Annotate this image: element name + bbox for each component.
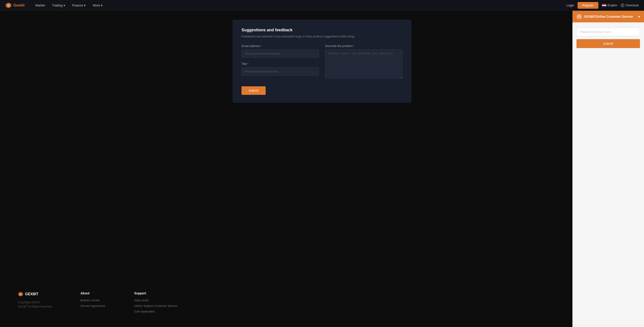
download-link[interactable]: Download bbox=[621, 4, 639, 7]
footer-online-support-link[interactable]: Online Support Customer Service bbox=[134, 304, 178, 308]
navbar: G Gexbit Market Trading ▾ Finance ▾ More… bbox=[0, 0, 644, 11]
language-label: English bbox=[608, 4, 618, 7]
main-content: Suggestions and feedback Feedbacks are w… bbox=[0, 11, 644, 282]
footer-logo-icon: G bbox=[18, 292, 23, 297]
cs-body: Submit bbox=[572, 22, 644, 327]
footer-about-title: About bbox=[80, 292, 116, 295]
footer-coin-application-link[interactable]: Coin Application bbox=[134, 310, 178, 313]
flag-icon bbox=[602, 4, 606, 7]
email-label: Email address* bbox=[242, 44, 319, 48]
footer-logo-row: G GEXBIT bbox=[18, 292, 62, 297]
chevron-down-icon: ▾ bbox=[101, 4, 102, 7]
required-star: * bbox=[353, 44, 354, 48]
nav-more[interactable]: More ▾ bbox=[93, 4, 102, 7]
download-icon bbox=[621, 4, 624, 7]
cs-title: GEXBITOnline Customer Service bbox=[584, 15, 633, 18]
footer-top: G GEXBIT CopyRight @2023 GEXBIT All Righ… bbox=[18, 292, 626, 315]
problem-textarea[interactable] bbox=[325, 50, 402, 78]
nav-right: Login Register English Download bbox=[566, 2, 639, 9]
register-button[interactable]: Register bbox=[578, 2, 598, 9]
cs-submit-button[interactable]: Submit bbox=[576, 39, 640, 48]
footer-support-title: Support bbox=[134, 292, 178, 295]
footer: G GEXBIT CopyRight @2023 GEXBIT All Righ… bbox=[0, 282, 644, 324]
form-left-col: Email address* Title* bbox=[242, 44, 319, 79]
footer-copyright: CopyRight @2023 GEXBIT All Rights Reserv… bbox=[18, 300, 62, 309]
feedback-form-card: Suggestions and feedback Feedbacks are w… bbox=[232, 20, 412, 103]
feedback-subtitle: Feedbacks are welcome if you encounter b… bbox=[242, 35, 402, 38]
logo-text: Gexbit bbox=[14, 3, 24, 8]
cs-header-left: GEXBITOnline Customer Service bbox=[576, 14, 633, 19]
email-input[interactable] bbox=[242, 50, 319, 58]
svg-text:G: G bbox=[20, 293, 21, 296]
cs-chevron-icon[interactable]: ▾ bbox=[638, 14, 640, 19]
submit-row: Submit bbox=[242, 84, 402, 95]
chevron-down-icon: ▾ bbox=[84, 4, 86, 7]
form-right-col: Describe the problem* bbox=[325, 44, 402, 79]
required-star: * bbox=[247, 62, 248, 66]
footer-bulletin-link[interactable]: Bulletin Centre bbox=[80, 298, 116, 302]
feedback-title: Suggestions and feedback bbox=[242, 28, 402, 32]
footer-brand: G GEXBIT CopyRight @2023 GEXBIT All Righ… bbox=[18, 292, 62, 315]
nav-links: Market Trading ▾ Finance ▾ More ▾ bbox=[35, 4, 566, 7]
title-input[interactable] bbox=[242, 67, 319, 76]
download-label: Download bbox=[626, 4, 639, 7]
footer-support-col: Support Help center Online Support Custo… bbox=[134, 292, 178, 315]
login-link[interactable]: Login bbox=[566, 4, 574, 7]
logo[interactable]: G Gexbit bbox=[5, 2, 24, 8]
customer-service-panel: GEXBITOnline Customer Service ▾ Submit bbox=[572, 11, 644, 327]
footer-service-agreement-link[interactable]: Service Agreement bbox=[80, 304, 116, 308]
form-row-email-problem: Email address* Title* Describe the probl… bbox=[242, 44, 402, 79]
nav-finance[interactable]: Finance ▾ bbox=[72, 4, 86, 7]
nav-trading[interactable]: Trading ▾ bbox=[52, 4, 65, 7]
footer-brand-name: GEXBIT bbox=[25, 292, 38, 296]
nav-market[interactable]: Market bbox=[35, 4, 45, 7]
feedback-submit-button[interactable]: Submit bbox=[242, 86, 266, 95]
svg-text:G: G bbox=[8, 4, 10, 7]
footer-about-col: About Bulletin Centre Service Agreement bbox=[80, 292, 116, 315]
footer-help-center-link[interactable]: Help center bbox=[134, 298, 178, 302]
chevron-down-icon: ▾ bbox=[64, 4, 65, 7]
problem-label: Describe the problem* bbox=[325, 44, 402, 48]
headphone-icon bbox=[576, 14, 582, 19]
language-selector[interactable]: English bbox=[602, 4, 618, 7]
cs-header: GEXBITOnline Customer Service ▾ bbox=[572, 11, 644, 22]
required-star: * bbox=[260, 44, 262, 48]
cs-name-input[interactable] bbox=[576, 28, 640, 36]
title-label: Title* bbox=[242, 62, 319, 66]
